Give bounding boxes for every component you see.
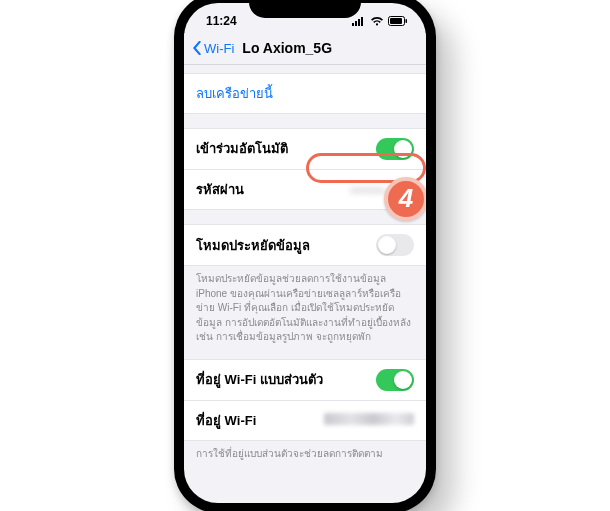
status-time: 11:24 bbox=[206, 14, 237, 28]
password-label: รหัสผ่าน bbox=[196, 179, 244, 200]
private-address-footer: การใช้ที่อยู่แบบส่วนตัวจะช่วยลดการติดตาม bbox=[184, 441, 426, 462]
battery-icon bbox=[388, 16, 408, 26]
low-data-footer: โหมดประหยัดข้อมูลช่วยลดการใช้งานข้อมูล i… bbox=[184, 266, 426, 345]
svg-rect-6 bbox=[406, 19, 408, 23]
cellular-signal-icon bbox=[352, 16, 366, 26]
password-visible-suffix: 1555 bbox=[387, 183, 414, 197]
back-label: Wi-Fi bbox=[204, 41, 234, 56]
auto-join-label: เข้าร่วมอัตโนมัติ bbox=[196, 138, 288, 159]
svg-rect-5 bbox=[390, 18, 402, 24]
forget-network-cell[interactable]: ลบเครือข่ายนี้ bbox=[184, 73, 426, 114]
screen: 11:24 Wi-Fi Lo Axiom_5G bbox=[184, 3, 426, 503]
password-masked: •••••••• bbox=[350, 184, 385, 196]
phone-frame: 11:24 Wi-Fi Lo Axiom_5G bbox=[174, 0, 436, 511]
private-address-toggle[interactable] bbox=[376, 369, 414, 391]
back-button[interactable]: Wi-Fi bbox=[192, 41, 234, 56]
auto-join-toggle[interactable] bbox=[376, 138, 414, 160]
private-address-label: ที่อยู่ Wi-Fi แบบส่วนตัว bbox=[196, 369, 323, 390]
svg-rect-0 bbox=[352, 23, 354, 26]
low-data-label: โหมดประหยัดข้อมูล bbox=[196, 235, 310, 256]
password-cell[interactable]: รหัสผ่าน •••••••• 1555 bbox=[184, 169, 426, 210]
svg-rect-2 bbox=[358, 19, 360, 26]
svg-rect-1 bbox=[355, 21, 357, 26]
svg-rect-3 bbox=[361, 17, 363, 26]
status-indicators bbox=[352, 16, 408, 26]
auto-join-cell: เข้าร่วมอัตโนมัติ bbox=[184, 128, 426, 170]
low-data-cell: โหมดประหยัดข้อมูล bbox=[184, 224, 426, 266]
low-data-toggle[interactable] bbox=[376, 234, 414, 256]
nav-bar: Wi-Fi Lo Axiom_5G bbox=[184, 33, 426, 65]
forget-network-label: ลบเครือข่ายนี้ bbox=[196, 83, 273, 104]
chevron-left-icon bbox=[192, 41, 202, 55]
notch bbox=[249, 0, 361, 18]
wifi-address-cell: ที่อยู่ Wi-Fi bbox=[184, 400, 426, 441]
wifi-address-label: ที่อยู่ Wi-Fi bbox=[196, 410, 256, 431]
wifi-address-value bbox=[324, 413, 414, 428]
settings-scroll[interactable]: ลบเครือข่ายนี้ เข้าร่วมอัตโนมัติ รหัสผ่า… bbox=[184, 65, 426, 503]
nav-title: Lo Axiom_5G bbox=[242, 40, 332, 56]
password-value: •••••••• 1555 bbox=[350, 183, 414, 197]
wifi-icon bbox=[370, 16, 384, 26]
private-address-cell: ที่อยู่ Wi-Fi แบบส่วนตัว bbox=[184, 359, 426, 401]
